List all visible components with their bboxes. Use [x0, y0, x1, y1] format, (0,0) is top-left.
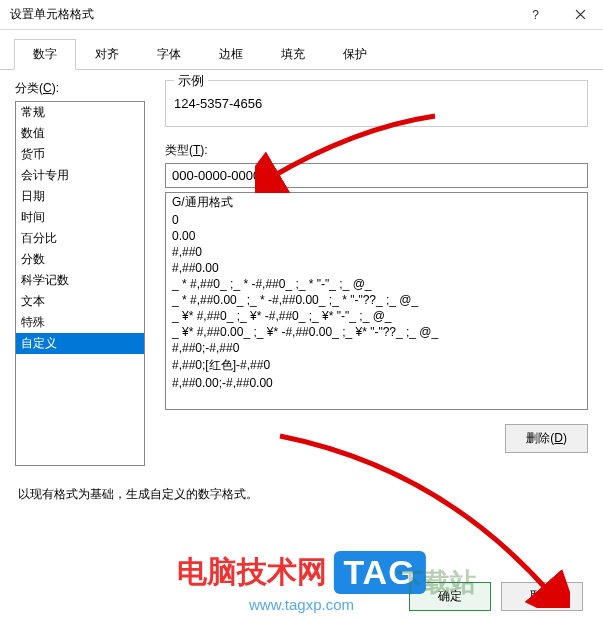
- tab-font[interactable]: 字体: [138, 39, 200, 70]
- sample-box: 示例 124-5357-4656: [165, 80, 588, 127]
- help-button[interactable]: ?: [513, 0, 558, 30]
- format-item[interactable]: 0: [166, 212, 587, 228]
- format-item[interactable]: #,##0;[红色]-#,##0: [166, 356, 587, 375]
- watermark-dl: 下载站: [398, 565, 476, 600]
- titlebar: 设置单元格格式 ?: [0, 0, 603, 30]
- cancel-button[interactable]: 取消: [501, 582, 583, 611]
- sample-value: 124-5357-4656: [174, 96, 262, 111]
- format-item[interactable]: _ * #,##0.00_ ;_ * -#,##0.00_ ;_ * "-"??…: [166, 292, 587, 308]
- format-item[interactable]: _ * #,##0_ ;_ * -#,##0_ ;_ * "-"_ ;_ @_: [166, 276, 587, 292]
- category-item[interactable]: 分数: [16, 249, 144, 270]
- category-item[interactable]: 百分比: [16, 228, 144, 249]
- category-list[interactable]: 常规 数值 货币 会计专用 日期 时间 百分比 分数 科学记数 文本 特殊 自定…: [15, 101, 145, 466]
- format-item[interactable]: _ ¥* #,##0.00_ ;_ ¥* -#,##0.00_ ;_ ¥* "-…: [166, 324, 587, 340]
- category-item[interactable]: 文本: [16, 291, 144, 312]
- tab-alignment[interactable]: 对齐: [76, 39, 138, 70]
- format-item[interactable]: #,##0;-#,##0: [166, 340, 587, 356]
- tabs: 数字 对齐 字体 边框 填充 保护: [0, 30, 603, 70]
- watermark: 电脑技术网 TAG www.tagxp.com 下载站: [177, 551, 425, 613]
- format-item[interactable]: #,##0.00;-#,##0.00: [166, 375, 587, 391]
- category-item[interactable]: 货币: [16, 144, 144, 165]
- tab-border[interactable]: 边框: [200, 39, 262, 70]
- category-item[interactable]: 会计专用: [16, 165, 144, 186]
- format-item[interactable]: #,##0.00: [166, 260, 587, 276]
- category-item-custom[interactable]: 自定义: [16, 333, 144, 354]
- sample-label: 示例: [174, 72, 208, 90]
- window-title: 设置单元格格式: [10, 6, 513, 23]
- delete-button[interactable]: 删除(D): [505, 424, 588, 453]
- tab-fill[interactable]: 填充: [262, 39, 324, 70]
- category-label: 分类(C):: [15, 80, 145, 97]
- category-item[interactable]: 特殊: [16, 312, 144, 333]
- category-item[interactable]: 日期: [16, 186, 144, 207]
- type-input[interactable]: [165, 163, 588, 188]
- category-item[interactable]: 常规: [16, 102, 144, 123]
- tab-number[interactable]: 数字: [14, 39, 76, 70]
- watermark-text: 电脑技术网: [177, 552, 327, 593]
- category-item[interactable]: 时间: [16, 207, 144, 228]
- right-panel: 示例 124-5357-4656 类型(T): G/通用格式 0 0.00 #,…: [145, 80, 588, 466]
- left-panel: 分类(C): 常规 数值 货币 会计专用 日期 时间 百分比 分数 科学记数 文…: [15, 80, 145, 466]
- close-button[interactable]: [558, 0, 603, 30]
- delete-row: 删除(D): [165, 410, 588, 453]
- format-list[interactable]: G/通用格式 0 0.00 #,##0 #,##0.00 _ * #,##0_ …: [165, 192, 588, 410]
- format-item[interactable]: #,##0: [166, 244, 587, 260]
- category-item[interactable]: 数值: [16, 123, 144, 144]
- format-item[interactable]: 0.00: [166, 228, 587, 244]
- format-item[interactable]: G/通用格式: [166, 193, 587, 212]
- tab-protection[interactable]: 保护: [324, 39, 386, 70]
- type-label: 类型(T):: [165, 142, 588, 159]
- category-item[interactable]: 科学记数: [16, 270, 144, 291]
- close-icon: [575, 9, 586, 20]
- hint-text: 以现有格式为基础，生成自定义的数字格式。: [0, 466, 603, 503]
- format-item[interactable]: _ ¥* #,##0_ ;_ ¥* -#,##0_ ;_ ¥* "-"_ ;_ …: [166, 308, 587, 324]
- watermark-url: www.tagxp.com: [177, 596, 425, 613]
- content: 分类(C): 常规 数值 货币 会计专用 日期 时间 百分比 分数 科学记数 文…: [0, 70, 603, 466]
